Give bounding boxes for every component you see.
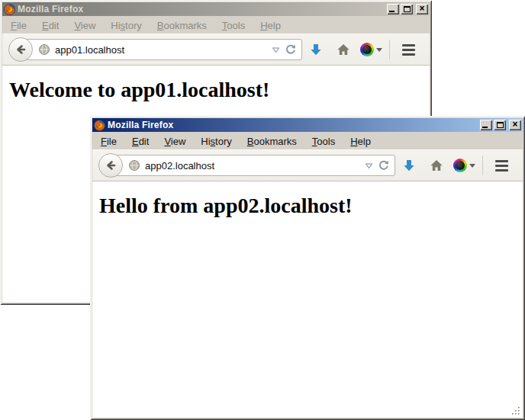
close-button[interactable]: ×	[509, 120, 521, 130]
menu-history[interactable]: History	[106, 18, 146, 33]
colorwheel-icon	[360, 43, 374, 56]
hamburger-menu-icon	[402, 44, 415, 46]
home-button[interactable]	[423, 152, 450, 179]
menu-bookmarks[interactable]: Bookmarks	[243, 134, 301, 149]
reload-button[interactable]	[285, 43, 297, 56]
colorwheel-extension-button[interactable]	[450, 152, 478, 179]
menu-help[interactable]: Help	[256, 18, 285, 33]
home-icon	[429, 158, 444, 173]
url-text[interactable]: app01.localhost	[55, 44, 267, 56]
menu-help[interactable]: Help	[346, 134, 375, 149]
url-bar[interactable]: app01.localhost	[20, 39, 302, 60]
menu-tools[interactable]: Tools	[308, 134, 340, 149]
title-bar[interactable]: Mozilla Firefox ×	[92, 118, 523, 132]
hamburger-menu-button[interactable]	[395, 36, 422, 63]
page-content: Hello from app02.localhost!	[92, 181, 523, 418]
downloads-button[interactable]	[302, 36, 330, 63]
minimize-button[interactable]	[480, 120, 492, 130]
hamburger-menu-icon	[495, 160, 508, 162]
window-controls: ×	[480, 120, 521, 130]
maximize-button[interactable]	[401, 4, 413, 14]
window-inner: Mozilla Firefox × File Edit View History…	[92, 118, 523, 418]
url-dropdown-icon	[272, 46, 280, 53]
menu-file[interactable]: File	[6, 18, 31, 33]
downloads-button[interactable]	[395, 152, 423, 179]
menu-bookmarks[interactable]: Bookmarks	[153, 18, 211, 33]
window-title: Mozilla Firefox	[18, 4, 385, 14]
download-arrow-icon	[401, 158, 417, 173]
back-arrow-icon	[104, 159, 118, 172]
globe-icon	[128, 159, 140, 172]
download-arrow-icon	[308, 42, 324, 57]
maximize-icon	[497, 122, 504, 128]
title-bar[interactable]: Mozilla Firefox ×	[2, 2, 430, 16]
url-bar[interactable]: app02.localhost	[110, 155, 395, 176]
menu-file[interactable]: File	[96, 134, 121, 149]
colorwheel-icon	[453, 159, 467, 172]
home-button[interactable]	[330, 36, 357, 63]
reload-icon	[285, 43, 297, 56]
menu-edit[interactable]: Edit	[127, 134, 153, 149]
menu-history[interactable]: History	[196, 134, 236, 149]
toolbar-separator	[389, 40, 390, 59]
minimize-icon	[389, 11, 395, 12]
resize-grip-icon[interactable]	[511, 406, 521, 416]
globe-icon	[38, 43, 50, 56]
url-dropdown-button[interactable]	[272, 46, 280, 53]
menu-view[interactable]: View	[69, 18, 100, 33]
url-dropdown-icon	[365, 162, 373, 169]
maximize-icon	[404, 6, 411, 12]
menu-caret-icon	[376, 48, 382, 52]
navigation-toolbar: app02.localhost	[92, 149, 523, 181]
firefox-logo-icon	[4, 4, 15, 15]
toolbar-separator	[482, 155, 483, 175]
url-dropdown-button[interactable]	[365, 162, 373, 169]
close-button[interactable]: ×	[416, 4, 428, 14]
navigation-toolbar: app01.localhost	[2, 34, 430, 66]
window-controls: ×	[387, 4, 428, 14]
reload-button[interactable]	[378, 159, 390, 172]
url-text[interactable]: app02.localhost	[145, 160, 360, 172]
menu-edit[interactable]: Edit	[37, 18, 63, 33]
browser-window-app02[interactable]: Mozilla Firefox × File Edit View History…	[90, 116, 525, 420]
page-heading: Welcome to app01.localhost!	[9, 78, 430, 102]
reload-icon	[378, 159, 390, 172]
menu-caret-icon	[469, 164, 475, 168]
page-heading: Hello from app02.localhost!	[99, 194, 523, 218]
minimize-icon	[482, 127, 488, 128]
window-title: Mozilla Firefox	[108, 120, 478, 130]
maximize-button[interactable]	[494, 120, 506, 130]
back-button[interactable]	[98, 153, 123, 178]
hamburger-menu-button[interactable]	[488, 152, 515, 179]
back-arrow-icon	[14, 43, 27, 56]
menu-view[interactable]: View	[159, 134, 190, 149]
minimize-button[interactable]	[387, 4, 399, 14]
menu-bar: File Edit View History Bookmarks Tools H…	[2, 17, 430, 34]
home-icon	[336, 42, 351, 57]
back-button[interactable]	[8, 37, 33, 62]
menu-tools[interactable]: Tools	[217, 18, 250, 33]
menu-bar: File Edit View History Bookmarks Tools H…	[92, 133, 523, 149]
firefox-logo-icon	[94, 120, 105, 131]
colorwheel-extension-button[interactable]	[357, 36, 385, 63]
